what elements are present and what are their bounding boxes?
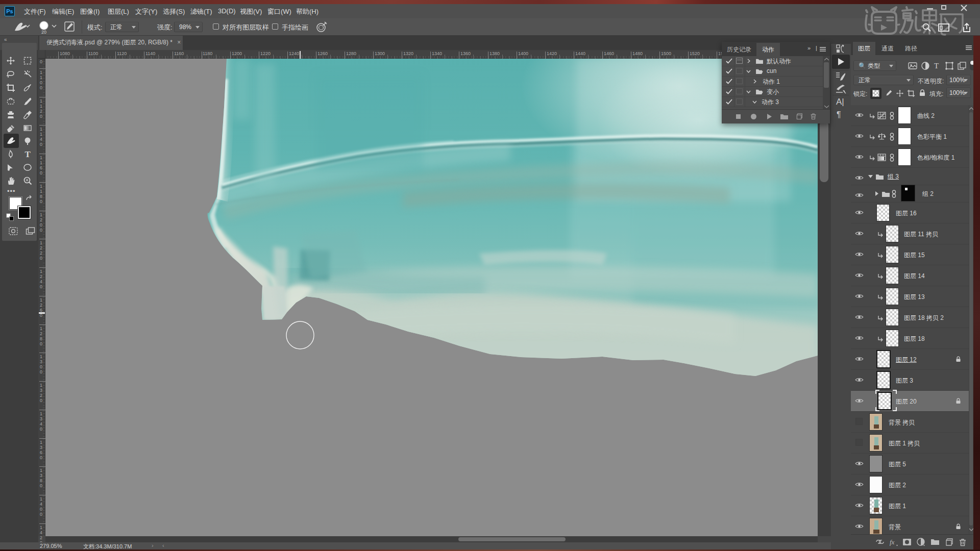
svg-text:T: T: [25, 149, 31, 159]
svg-text:T: T: [934, 62, 939, 70]
svg-text:fx: fx: [890, 538, 895, 546]
